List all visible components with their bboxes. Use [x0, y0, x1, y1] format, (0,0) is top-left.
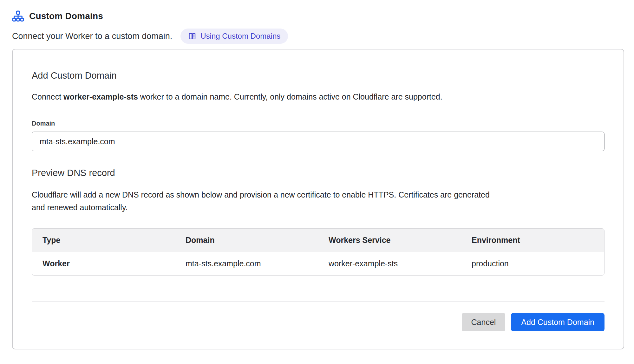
preview-description: Cloudflare will add a new DNS record as … [32, 188, 498, 214]
cell-type: Worker [32, 252, 175, 275]
cell-domain: mta-sts.example.com [175, 252, 318, 275]
worker-name: worker-example-sts [63, 92, 138, 101]
description-prefix: Connect [32, 92, 63, 101]
docs-badge-label: Using Custom Domains [200, 32, 280, 41]
dns-preview-table: Type Domain Workers Service Environment … [32, 228, 605, 276]
book-icon [188, 32, 196, 40]
using-custom-domains-link[interactable]: Using Custom Domains [180, 29, 288, 44]
column-header-environment: Environment [461, 229, 604, 252]
domain-field-label: Domain [32, 120, 605, 127]
add-custom-domain-card: Add Custom Domain Connect worker-example… [12, 49, 624, 349]
cell-workers-service: worker-example-sts [318, 252, 461, 275]
page-subtitle: Connect your Worker to a custom domain. [12, 31, 172, 41]
description-suffix: worker to a domain name. Currently, only… [138, 92, 442, 101]
table-row: Worker mta-sts.example.com worker-exampl… [32, 252, 604, 275]
table-header: Type Domain Workers Service Environment [32, 229, 604, 252]
cancel-button[interactable]: Cancel [462, 313, 506, 331]
card-heading: Add Custom Domain [32, 70, 605, 81]
column-header-domain: Domain [175, 229, 318, 252]
subtitle-row: Connect your Worker to a custom domain. … [12, 29, 622, 44]
column-header-workers-service: Workers Service [318, 229, 461, 252]
page-header: Custom Domains Connect your Worker to a … [0, 0, 634, 44]
footer-divider [32, 301, 605, 302]
preview-heading: Preview DNS record [32, 168, 605, 178]
table-body: Worker mta-sts.example.com worker-exampl… [32, 252, 604, 275]
domain-input[interactable] [32, 132, 605, 151]
table-header-row: Type Domain Workers Service Environment [32, 229, 604, 252]
column-header-type: Type [32, 229, 175, 252]
cell-environment: production [461, 252, 604, 275]
title-row: Custom Domains [12, 10, 622, 22]
custom-domains-page: Custom Domains Connect your Worker to a … [0, 0, 634, 364]
action-buttons: Cancel Add Custom Domain [32, 313, 605, 331]
page-title: Custom Domains [29, 11, 103, 21]
card-description: Connect worker-example-sts worker to a d… [32, 92, 605, 101]
add-custom-domain-button[interactable]: Add Custom Domain [511, 313, 605, 331]
sitemap-icon [12, 10, 24, 22]
